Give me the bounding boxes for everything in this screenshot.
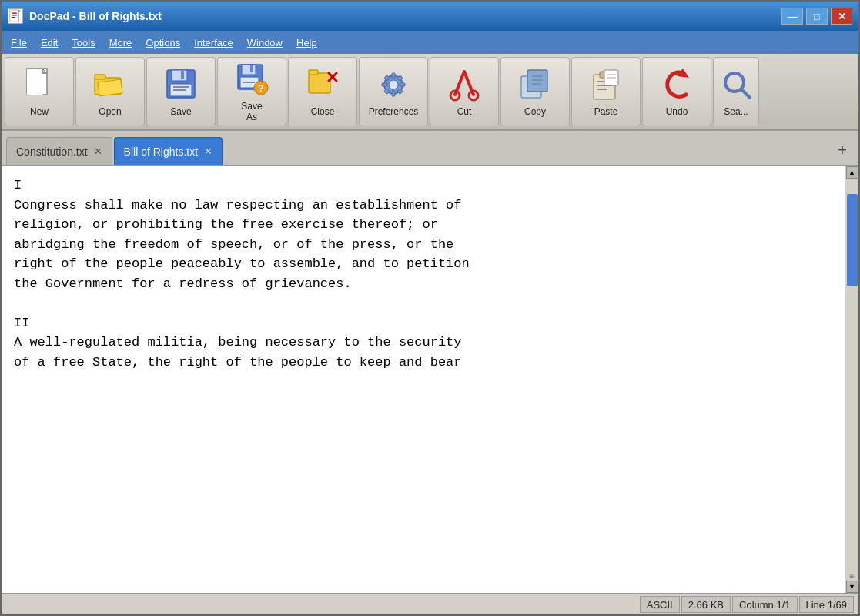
add-tab-button[interactable]: + <box>831 139 854 162</box>
paste-label: Paste <box>594 106 618 117</box>
tab-bill-of-rights-close[interactable]: ✕ <box>204 146 212 157</box>
status-encoding: ASCII <box>640 596 680 613</box>
tab-bar: Constitution.txt ✕ Bill of Rights.txt ✕ … <box>2 131 858 166</box>
svg-rect-24 <box>243 82 255 83</box>
svg-rect-36 <box>400 83 405 86</box>
app-window: DocPad - Bill of Rights.txt — □ ✕ File E… <box>0 0 860 616</box>
menu-edit[interactable]: Edit <box>35 35 64 51</box>
tab-bill-of-rights[interactable]: Bill of Rights.txt ✕ <box>114 137 223 165</box>
preferences-icon <box>375 66 412 103</box>
tab-constitution-close[interactable]: ✕ <box>94 146 102 157</box>
tab-bill-of-rights-label: Bill of Rights.txt <box>124 146 198 158</box>
menu-file[interactable]: File <box>5 35 33 51</box>
open-label: Open <box>99 106 121 117</box>
new-button[interactable]: New <box>5 57 74 126</box>
svg-rect-1 <box>12 13 17 14</box>
app-icon <box>8 8 23 24</box>
svg-line-60 <box>741 89 750 98</box>
open-icon <box>92 66 129 103</box>
menu-window[interactable]: Window <box>241 35 289 51</box>
close-file-icon <box>304 66 341 103</box>
svg-rect-28 <box>309 70 318 75</box>
svg-rect-22 <box>250 65 253 72</box>
new-icon <box>21 66 58 103</box>
menu-options[interactable]: Options <box>139 35 186 51</box>
status-size: 2.66 KB <box>681 596 731 613</box>
open-button[interactable]: Open <box>75 57 145 126</box>
editor-content[interactable]: I Congress shall make no law respecting … <box>2 166 845 593</box>
cut-icon <box>446 66 483 103</box>
svg-rect-2 <box>12 15 17 15</box>
title-bar-left: DocPad - Bill of Rights.txt <box>8 8 162 24</box>
status-bar: ASCII 2.66 KB Column 1/1 Line 1/69 <box>2 593 858 614</box>
menu-more[interactable]: More <box>103 35 139 51</box>
tab-constitution-label: Constitution.txt <box>16 146 88 158</box>
title-bar: DocPad - Bill of Rights.txt — □ ✕ <box>2 2 858 31</box>
menu-help[interactable]: Help <box>290 35 323 51</box>
preferences-label: Preferences <box>369 106 419 117</box>
toolbar: New Open <box>2 54 858 131</box>
svg-rect-13 <box>98 79 122 96</box>
preferences-button[interactable]: Preferences <box>359 57 428 126</box>
paste-icon <box>587 66 624 103</box>
svg-rect-54 <box>597 89 607 90</box>
close-button[interactable]: ✕ <box>831 8 852 25</box>
copy-button[interactable]: Copy <box>500 57 570 126</box>
undo-label: Undo <box>666 106 688 117</box>
svg-rect-19 <box>173 89 186 91</box>
cut-label: Cut <box>457 106 472 117</box>
undo-icon <box>658 66 695 103</box>
scroll-dots: ≡ <box>850 573 855 581</box>
menu-bar: File Edit Tools More Options Interface W… <box>2 31 858 54</box>
save-icon <box>162 66 199 103</box>
svg-rect-15 <box>172 70 187 81</box>
svg-rect-8 <box>27 69 42 95</box>
save-as-icon: ? <box>233 61 270 98</box>
save-as-button[interactable]: ? Save As <box>217 57 286 126</box>
window-controls: — □ ✕ <box>781 8 852 25</box>
close-file-label: Close <box>311 106 335 117</box>
menu-interface[interactable]: Interface <box>188 35 239 51</box>
svg-text:?: ? <box>258 83 263 94</box>
copy-icon <box>517 66 554 103</box>
scroll-down[interactable]: ▼ <box>846 581 858 593</box>
editor-container: I Congress shall make no law respecting … <box>2 166 858 593</box>
svg-rect-18 <box>173 86 189 88</box>
save-button[interactable]: Save <box>146 57 216 126</box>
svg-rect-46 <box>527 70 547 92</box>
close-file-button[interactable]: Close <box>288 57 357 126</box>
svg-rect-3 <box>12 17 16 18</box>
svg-rect-34 <box>392 91 395 96</box>
search-button[interactable]: Sea... <box>713 57 759 126</box>
save-as-label: Save As <box>241 101 262 122</box>
scroll-up[interactable]: ▲ <box>846 166 858 179</box>
status-column: Column 1/1 <box>732 596 797 613</box>
vertical-scrollbar[interactable]: ▲ ≡ ▼ <box>845 166 858 593</box>
search-label: Sea... <box>724 106 748 117</box>
svg-rect-21 <box>242 65 256 75</box>
window-title: DocPad - Bill of Rights.txt <box>29 10 162 22</box>
paste-button[interactable]: Paste <box>571 57 641 126</box>
svg-rect-35 <box>382 83 387 86</box>
svg-point-32 <box>389 80 398 89</box>
svg-rect-16 <box>181 71 184 79</box>
new-label: New <box>30 106 49 117</box>
svg-rect-33 <box>392 73 395 79</box>
search-icon <box>718 66 755 103</box>
cut-button[interactable]: Cut <box>430 57 499 126</box>
scroll-thumb[interactable] <box>847 194 858 286</box>
tab-constitution[interactable]: Constitution.txt ✕ <box>6 137 112 165</box>
save-label: Save <box>170 106 191 117</box>
menu-tools[interactable]: Tools <box>65 35 101 51</box>
status-line: Line 1/69 <box>799 596 855 613</box>
svg-rect-27 <box>309 73 330 93</box>
undo-button[interactable]: Undo <box>642 57 711 126</box>
copy-label: Copy <box>524 106 546 117</box>
maximize-button[interactable]: □ <box>806 8 828 25</box>
svg-rect-12 <box>95 75 105 79</box>
minimize-button[interactable]: — <box>781 8 803 25</box>
